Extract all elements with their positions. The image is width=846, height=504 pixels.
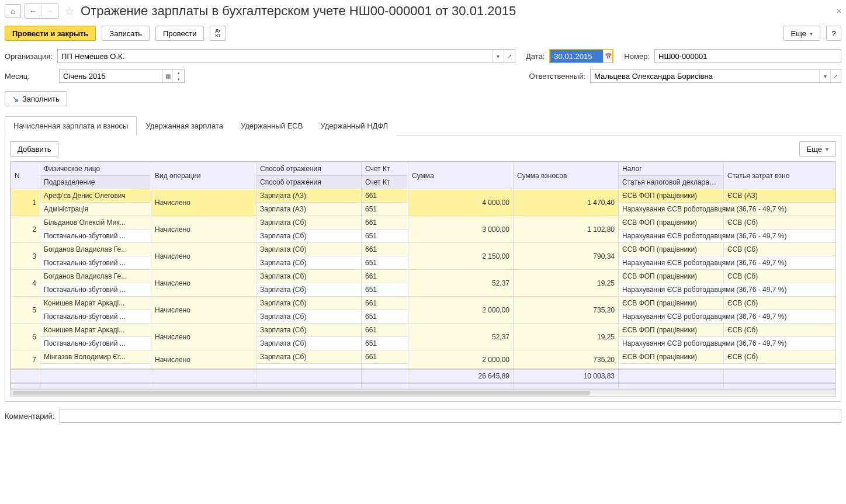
tab-content: Добавить Еще N Физическое лицо Вид опера… bbox=[5, 135, 841, 402]
total-sumv: 10 003,83 bbox=[514, 369, 619, 383]
month-label: Месяц: bbox=[5, 72, 54, 81]
col-acc[interactable]: Счет Кт bbox=[362, 162, 408, 176]
organization-field[interactable]: ▾ ↗ bbox=[57, 49, 515, 63]
month-field[interactable]: ▦ ▴ ▾ bbox=[59, 69, 185, 83]
fill-arrow-icon: ↘ bbox=[12, 95, 19, 103]
inner-more-button[interactable]: Еще bbox=[799, 141, 836, 157]
responsible-input[interactable] bbox=[591, 69, 819, 82]
comment-label: Комментарий: bbox=[5, 412, 55, 420]
responsible-label: Ответственный: bbox=[529, 72, 585, 81]
dropdown-icon[interactable]: ▾ bbox=[819, 69, 830, 82]
command-bar: Провести и закрыть Записать Провести Дт … bbox=[5, 26, 841, 41]
col-decl[interactable]: Статья налоговой декларации bbox=[619, 176, 724, 189]
home-icon[interactable]: ⌂ bbox=[5, 4, 21, 18]
fill-button[interactable]: ↘ Заполнить bbox=[5, 91, 67, 106]
col-way2[interactable]: Способ отражения bbox=[256, 176, 362, 189]
grid-header: N Физическое лицо Вид операции Способ от… bbox=[11, 162, 836, 189]
table-row[interactable]: 1Ареф'єв Денис ОлеговичНачисленоЗарплата… bbox=[11, 189, 836, 203]
open-icon[interactable]: ↗ bbox=[830, 69, 841, 82]
comment-input[interactable] bbox=[60, 409, 841, 422]
inner-toolbar: Добавить Еще bbox=[10, 141, 836, 157]
table-row[interactable]: 5Конишев Марат Аркаді...НачисленоЗарплат… bbox=[11, 297, 836, 310]
responsible-field[interactable]: ▾ ↗ bbox=[590, 69, 841, 83]
organization-input[interactable] bbox=[58, 50, 493, 62]
calendar-icon[interactable]: 📅 bbox=[603, 50, 613, 62]
post-button[interactable]: Провести bbox=[155, 26, 204, 41]
tab-withheld-salary[interactable]: Удержанная зарплата bbox=[137, 116, 231, 135]
fill-label: Заполнить bbox=[22, 95, 60, 103]
spin-down-icon[interactable]: ▾ bbox=[172, 76, 184, 82]
table-row[interactable]: 4Богданов Владислав Ге...НачисленоЗарпла… bbox=[11, 270, 836, 283]
open-icon[interactable]: ↗ bbox=[504, 50, 515, 62]
date-field[interactable]: 📅 bbox=[549, 49, 613, 63]
grid-footer: 26 645,89 10 003,83 bbox=[11, 369, 836, 389]
col-sum[interactable]: Сумма bbox=[408, 162, 514, 189]
col-sumv[interactable]: Сумма взносов bbox=[514, 162, 619, 189]
date-label: Дата: bbox=[526, 52, 545, 61]
col-dept[interactable]: Подразделение bbox=[40, 176, 151, 189]
tab-accrued[interactable]: Начисленная зарплата и взносы bbox=[5, 116, 137, 135]
number-field[interactable] bbox=[654, 49, 841, 63]
tabs: Начисленная зарплата и взносы Удержанная… bbox=[5, 116, 841, 135]
forward-icon[interactable]: → bbox=[41, 4, 58, 18]
col-op[interactable]: Вид операции bbox=[151, 162, 256, 189]
page-title: Отражение зарплаты в бухгалтерском учете… bbox=[81, 4, 516, 19]
tab-withheld-ndfl[interactable]: Удержанный НДФЛ bbox=[311, 116, 397, 135]
comment-field[interactable] bbox=[60, 409, 842, 423]
data-grid: N Физическое лицо Вид операции Способ от… bbox=[10, 161, 836, 397]
total-sum: 26 645,89 bbox=[408, 369, 514, 383]
col-way[interactable]: Способ отражения bbox=[256, 162, 362, 176]
add-button[interactable]: Добавить bbox=[10, 141, 58, 157]
table-row[interactable]: 7Мінгазов Володимир Єг...НачисленоЗарпла… bbox=[11, 350, 836, 364]
form-row-1: Организация: ▾ ↗ Дата: 📅 Номер: bbox=[5, 49, 841, 63]
favorite-star-icon[interactable]: ☆ bbox=[64, 4, 75, 18]
post-and-close-button[interactable]: Провести и закрыть bbox=[5, 26, 96, 41]
table-row[interactable]: 3Богданов Владислав Ге...НачисленоЗарпла… bbox=[11, 243, 836, 256]
horizontal-scrollbar[interactable] bbox=[11, 389, 835, 396]
month-spinner[interactable]: ▴ ▾ bbox=[172, 69, 184, 82]
col-tax[interactable]: Налог bbox=[619, 162, 724, 176]
grid-body: 1Ареф'єв Денис ОлеговичНачисленоЗарплата… bbox=[11, 189, 836, 370]
table-row[interactable]: 6Конишев Марат Аркаді...НачисленоЗарплат… bbox=[11, 324, 836, 337]
grid-scroll[interactable]: N Физическое лицо Вид операции Способ от… bbox=[11, 162, 835, 389]
back-icon[interactable]: ← bbox=[25, 4, 41, 18]
month-picker-icon[interactable]: ▦ bbox=[162, 69, 172, 82]
dtkt-button[interactable]: Дт Кт bbox=[210, 26, 226, 41]
col-person[interactable]: Физическое лицо bbox=[40, 162, 151, 176]
organization-label: Организация: bbox=[5, 52, 53, 61]
col-acc2[interactable]: Счет Кт bbox=[362, 176, 408, 189]
number-label: Номер: bbox=[624, 52, 650, 61]
more-button[interactable]: Еще bbox=[783, 26, 820, 41]
table-row[interactable]: 2Більданов Олексій Мик...НачисленоЗарпла… bbox=[11, 216, 836, 230]
month-input[interactable] bbox=[60, 69, 162, 82]
tab-withheld-esv[interactable]: Удержанный ЕСВ bbox=[232, 116, 312, 135]
comment-row: Комментарий: bbox=[5, 409, 841, 423]
form-row-2: Месяц: ▦ ▴ ▾ Ответственный: ▾ ↗ bbox=[5, 69, 841, 83]
save-button[interactable]: Записать bbox=[102, 26, 150, 41]
date-input[interactable] bbox=[550, 50, 602, 62]
close-icon[interactable]: × bbox=[837, 6, 841, 16]
col-n[interactable]: N bbox=[11, 162, 40, 189]
dropdown-icon[interactable]: ▾ bbox=[493, 50, 504, 62]
nav-group: ← → bbox=[25, 4, 58, 19]
spin-up-icon[interactable]: ▴ bbox=[172, 69, 184, 76]
col-art[interactable]: Статья затрат взно bbox=[724, 162, 836, 189]
number-input[interactable] bbox=[655, 50, 841, 62]
top-toolbar: ⌂ ← → ☆ Отражение зарплаты в бухгалтерск… bbox=[5, 4, 841, 19]
help-button[interactable]: ? bbox=[826, 26, 841, 41]
